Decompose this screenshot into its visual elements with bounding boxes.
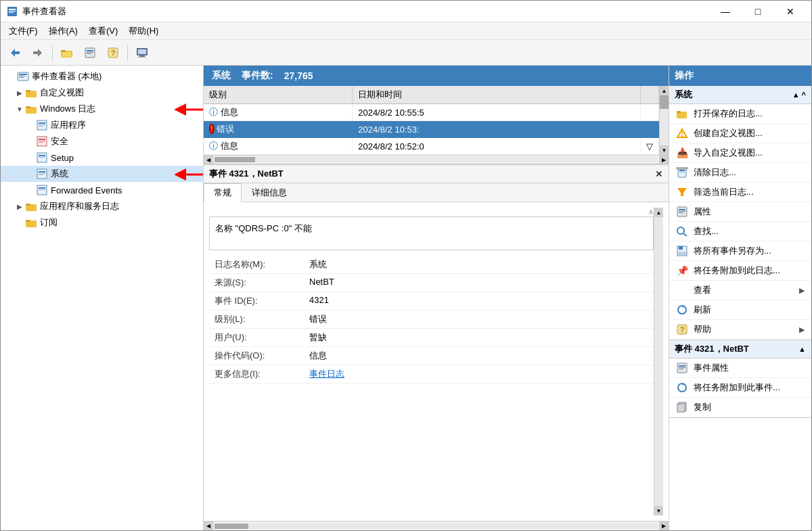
detail-scroll-up-btn[interactable]: ▲	[654, 208, 663, 217]
right-panel: 操作 系统 ▲ ^ 打开保存的日志...	[669, 66, 811, 530]
tree-label-sub: 订阅	[40, 216, 58, 229]
computer-button[interactable]	[132, 43, 152, 62]
svg-rect-33	[39, 142, 43, 143]
close-button[interactable]: ✕	[775, 2, 806, 21]
forward-button[interactable]	[28, 43, 48, 62]
event-log-link[interactable]: 事件日志	[309, 369, 344, 379]
svg-text:?: ?	[111, 49, 116, 57]
svg-rect-1	[9, 9, 16, 10]
tree-item-setup[interactable]: Setup	[1, 149, 203, 166]
scroll-up-btn[interactable]: ▲	[660, 86, 669, 95]
action-properties[interactable]: 属性	[669, 202, 811, 222]
back-button[interactable]	[5, 43, 25, 62]
create-view-icon	[676, 127, 688, 139]
detail-hscroll[interactable]: ◀ ▶	[204, 521, 669, 530]
event-datetime-0: 2024/8/2 10:55:5	[353, 104, 641, 121]
hscroll-left[interactable]: ◀	[204, 155, 213, 164]
folder-button[interactable]	[57, 43, 77, 62]
action-section-system-header[interactable]: 系统 ▲ ^	[669, 86, 811, 104]
menu-view[interactable]: 查看(V)	[83, 24, 123, 39]
action-help[interactable]: ? 帮助 ▶	[669, 320, 811, 340]
detail-scroll-area[interactable]: ∧ 名称 "QDRS-PC :0" 不能 日志名称(M): 系统 来源(S): …	[209, 208, 654, 384]
action-open-saved-log[interactable]: 打开保存的日志...	[669, 104, 811, 124]
tab-detail[interactable]: 详细信息	[242, 183, 297, 202]
tree-item-windows-logs[interactable]: ▼ Windows 日志	[1, 101, 203, 117]
svg-rect-16	[138, 57, 146, 57]
action-create-custom-view[interactable]: 创建自定义视图...	[669, 124, 811, 143]
appservice-icon	[25, 200, 37, 212]
svg-rect-43	[39, 187, 45, 189]
main-window: 事件查看器 — □ ✕ 文件(F) 操作(A) 查看(V) 帮助(H)	[0, 0, 812, 531]
help-button[interactable]: ?	[103, 43, 123, 62]
svg-rect-19	[19, 76, 25, 76]
svg-rect-77	[677, 404, 685, 412]
svg-rect-38	[39, 171, 45, 172]
svg-rect-22	[26, 90, 30, 92]
event-datetime-2: 2024/8/2 10:52:0	[353, 138, 641, 155]
event-list-hscroll[interactable]: ◀ ▶	[204, 155, 669, 164]
minimize-button[interactable]: —	[710, 2, 741, 21]
subscribe-icon	[25, 216, 37, 229]
scroll-down-btn[interactable]: ▼	[660, 145, 669, 155]
svg-rect-14	[138, 49, 146, 54]
action-import-view[interactable]: 📥 导入自定义视图...	[669, 143, 811, 163]
svg-rect-18	[19, 74, 27, 75]
action-view[interactable]: 查看 ▶	[669, 281, 811, 300]
menu-help[interactable]: 帮助(H)	[123, 24, 164, 39]
maximize-button[interactable]: □	[742, 2, 773, 21]
event-row-0[interactable]: ⓘ 信息 2024/8/2 10:55:5	[204, 104, 659, 121]
attach-task-label: 将任务附加到此日志...	[694, 264, 780, 277]
tree-item-system[interactable]: 系统	[1, 166, 203, 182]
save-all-icon	[676, 245, 688, 257]
tree-item-subscribe[interactable]: 订阅	[1, 214, 203, 231]
tree-expand-windows: ▼	[14, 103, 25, 114]
event-row-1[interactable]: ! 错误 2024/8/2 10:53:	[204, 121, 659, 138]
copy-label: 复制	[694, 401, 711, 413]
detail-vscroll[interactable]: ▲ ▼	[654, 208, 663, 515]
action-attach-task[interactable]: 📌 将任务附加到此日志...	[669, 261, 811, 281]
action-find[interactable]: 查找...	[669, 222, 811, 241]
svg-rect-36	[39, 157, 45, 158]
tree-item-application[interactable]: 应用程序	[1, 117, 203, 133]
svg-point-63	[677, 227, 684, 234]
tree-item-security[interactable]: 安全	[1, 133, 203, 149]
toolbar-separator-2	[127, 45, 128, 61]
tree-item-forwarded[interactable]: Forwarded Events	[1, 182, 203, 198]
action-copy[interactable]: 复制	[669, 398, 811, 417]
detail-content: ∧ 名称 "QDRS-PC :0" 不能 日志名称(M): 系统 来源(S): …	[204, 202, 669, 521]
detail-hscroll-left[interactable]: ◀	[204, 522, 213, 531]
toolbar-separator-1	[52, 45, 53, 61]
svg-rect-31	[39, 139, 45, 140]
menu-file[interactable]: 文件(F)	[3, 24, 43, 39]
tab-general[interactable]: 常规	[204, 183, 242, 202]
properties-button[interactable]	[80, 43, 100, 62]
action-section-event-header[interactable]: 事件 4321，NetBT ▲	[669, 340, 811, 359]
event-detail: 事件 4321，NetBT ✕ 常规 详细信息 ∧ 名称 "QDRS-PC :0…	[204, 164, 669, 530]
tree-item-root[interactable]: 事件查看器 (本地)	[1, 68, 203, 85]
action-save-all[interactable]: 将所有事件另存为...	[669, 241, 811, 261]
hscroll-right[interactable]: ▶	[659, 155, 669, 164]
tree-item-custom-views[interactable]: ▶ 自定义视图	[1, 85, 203, 101]
event-list-table-wrap[interactable]: 级别 日期和时间 ⓘ 信息 2024/8/2 10:55:5	[204, 86, 659, 155]
action-clear-log[interactable]: 清除日志...	[669, 163, 811, 183]
view-label: 查看	[694, 284, 711, 296]
detail-hscroll-right[interactable]: ▶	[659, 522, 669, 531]
tree-item-appservice[interactable]: ▶ 应用程序和服务日志	[1, 198, 203, 214]
action-attach-event-task[interactable]: 将任务附加到此事件...	[669, 378, 811, 398]
event-list-scrollbar[interactable]: ▲ ▼	[659, 86, 669, 155]
svg-rect-74	[679, 369, 683, 369]
event-row-2[interactable]: ⓘ 信息 2024/8/2 10:52:0 ▽	[204, 138, 659, 155]
action-filter-log[interactable]: 筛选当前日志...	[669, 183, 811, 202]
field-label-6: 更多信息(I):	[209, 365, 304, 384]
col-level[interactable]: 级别	[204, 86, 353, 104]
detail-scroll-down-btn[interactable]: ▼	[654, 506, 663, 515]
action-refresh[interactable]: 刷新	[669, 300, 811, 320]
action-event-props[interactable]: 事件属性	[669, 359, 811, 378]
col-datetime[interactable]: 日期和时间	[353, 86, 641, 104]
svg-rect-35	[39, 155, 45, 156]
detail-close-btn[interactable]: ✕	[655, 168, 663, 179]
svg-rect-2	[9, 11, 16, 11]
svg-rect-8	[87, 50, 93, 51]
svg-rect-46	[26, 204, 30, 206]
menu-action[interactable]: 操作(A)	[43, 24, 83, 39]
